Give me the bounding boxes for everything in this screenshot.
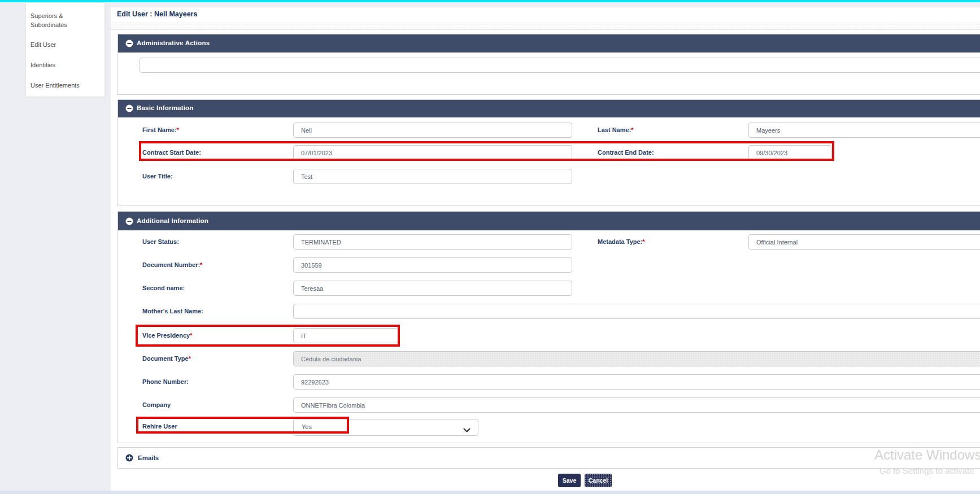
metadata-type-input[interactable] [748,234,980,250]
activate-windows-watermark: Activate Windows [874,447,980,463]
section-header-additional-information[interactable]: Additional Information [118,212,980,230]
rehire-user-label: Rehire User [142,423,177,430]
activate-windows-watermark-subtext: Go to Settings to activate [879,466,974,475]
user-title-label: User Title: [142,173,173,180]
contract-end-date-label: Contract End Date: [598,149,654,156]
plus-circle-icon [125,454,133,462]
company-input[interactable] [293,397,980,413]
rehire-user-value: Yes [302,423,312,430]
minus-circle-icon [125,217,133,225]
last-name-label: Last Name:* [598,126,634,133]
phone-number-input[interactable] [293,374,980,390]
sidebar-item-user-entitlements[interactable]: User Entitlements [31,81,98,90]
user-status-input[interactable] [293,234,572,250]
contract-start-date-input[interactable] [293,145,572,160]
section-title: Additional Information [137,217,208,224]
vice-presidency-label: Vice Presidency* [142,332,192,339]
section-header-emails[interactable]: Emails [117,447,980,469]
second-name-input[interactable] [293,281,572,296]
rehire-user-select[interactable]: Yes [293,419,478,436]
section-header-basic-information[interactable]: Basic Information [118,100,980,117]
sidebar-item-edit-user[interactable]: Edit User [31,40,98,49]
sidebar-item-identities[interactable]: Identities [31,60,98,69]
minus-circle-icon [125,104,133,112]
section-title: Basic Information [137,104,194,111]
sidebar: Superiors & Subordinates Edit User Ident… [25,2,105,97]
chevron-down-icon [463,425,471,435]
title-divider [111,23,980,30]
metadata-type-label: Metadata Type:* [598,238,645,245]
user-title-input[interactable] [293,169,572,184]
section-title: Administrative Actions [137,40,210,46]
document-number-input[interactable] [293,257,572,273]
bottom-strip [0,491,980,494]
section-header-administrative-actions[interactable]: Administrative Actions [118,34,980,53]
mothers-last-name-input[interactable] [293,304,980,319]
company-label: Company [142,401,171,408]
contract-start-date-label: Contract Start Date: [142,149,201,156]
section-title: Emails [138,454,159,461]
phone-number-label: Phone Number: [142,378,189,385]
top-accent-bar [0,0,980,2]
contract-end-date-input[interactable] [748,145,831,160]
second-name-label: Second name: [142,285,185,291]
page: Superiors & Subordinates Edit User Ident… [0,0,980,494]
document-type-input [293,351,980,366]
save-button[interactable]: Save [558,474,581,487]
first-name-label: First Name:* [142,126,179,133]
page-title: Edit User : Neil Mayeers [117,10,197,18]
minus-circle-icon [125,40,133,47]
document-type-label: Document Type* [142,355,191,362]
first-name-input[interactable] [293,123,572,138]
vice-presidency-input[interactable] [293,328,398,343]
mothers-last-name-label: Mother's Last Name: [142,308,203,314]
last-name-input[interactable] [748,123,980,138]
document-number-label: Document Number:* [142,261,202,268]
sidebar-item-superiors-subordinates[interactable]: Superiors & Subordinates [31,11,98,29]
cancel-button[interactable]: Cancel [585,474,612,487]
user-status-label: User Status: [142,238,179,245]
administrative-action-input[interactable] [140,58,980,73]
